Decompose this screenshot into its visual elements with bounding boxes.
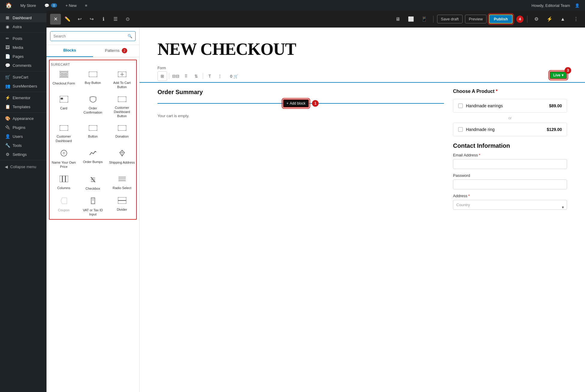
email-input[interactable] xyxy=(453,159,567,169)
sidebar-item-appearance[interactable]: 🎨 Appearance xyxy=(0,114,46,123)
button-icon xyxy=(89,125,97,132)
svg-rect-3 xyxy=(64,74,67,75)
new-content-link[interactable]: + New xyxy=(64,0,78,11)
sidebar-item-comments[interactable]: 💬 Comments xyxy=(0,61,46,70)
block-item-customer-dashboard[interactable]: Customer Dashboard xyxy=(50,121,78,145)
sidebar-item-tools[interactable]: 🔧 Tools xyxy=(0,141,46,150)
close-editor-button[interactable]: ✕ xyxy=(50,14,61,25)
add-block-button[interactable]: + Add block xyxy=(283,99,309,108)
user-avatar[interactable]: 👤 xyxy=(573,0,581,11)
preview-button[interactable]: Preview xyxy=(465,15,487,23)
tools-icon: 🔧 xyxy=(5,143,10,148)
radio-select-label: Radio Select xyxy=(112,186,131,190)
block-item-card[interactable]: Card xyxy=(50,92,78,121)
sidebar-item-plugins[interactable]: 🔌 Plugins xyxy=(0,123,46,132)
sidebar-item-suremembers[interactable]: 👥 SureMembers xyxy=(0,82,46,91)
store-name[interactable]: My Store xyxy=(19,0,38,11)
form-more-button[interactable]: ⋮ xyxy=(215,71,225,81)
block-item-radio-select[interactable]: Radio Select xyxy=(108,172,136,193)
tab-patterns[interactable]: Patterns 2 xyxy=(93,45,140,57)
sidebar-item-users[interactable]: 👤 Users xyxy=(0,132,46,141)
sidebar-item-elementor[interactable]: ⚡ Elementor xyxy=(0,93,46,102)
form-text-button[interactable]: T xyxy=(205,71,214,81)
search-icon[interactable]: 🔍 xyxy=(124,31,135,41)
order-summary-title: Order Summary xyxy=(158,89,444,96)
gear-settings-button[interactable]: ⚙ xyxy=(531,14,542,25)
tablet-view-button[interactable]: ⬜ xyxy=(406,14,416,25)
brush-tool-button[interactable]: ✏️ xyxy=(62,14,73,25)
astra-settings-button[interactable]: ▲ xyxy=(557,14,568,25)
product-checkbox-earrings[interactable] xyxy=(458,103,463,108)
email-label: Email Address * xyxy=(453,153,567,157)
vat-tax-label: VAT or Tax ID Input xyxy=(80,208,106,217)
block-list: SURECART Checkout Form xyxy=(50,60,136,219)
block-item-divider[interactable]: Divider xyxy=(108,194,136,219)
block-item-vat-tax[interactable]: VAT or Tax ID Input xyxy=(79,194,107,219)
block-item-customer-dashboard-btn[interactable]: Customer Dashboard Button xyxy=(108,92,136,121)
block-item-name-your-price[interactable]: © Name Your Own Price xyxy=(50,146,78,171)
sidebar-item-pages[interactable]: 📄 Pages xyxy=(0,52,46,61)
form-grid-button[interactable]: ⠿ xyxy=(181,71,191,81)
block-item-checkbox[interactable]: Checkbox xyxy=(79,172,107,193)
wp-logo[interactable]: 🏠 xyxy=(4,0,14,11)
sidebar-item-posts[interactable]: ✏ Posts xyxy=(0,34,46,43)
checkout-form-icon xyxy=(60,71,68,79)
comments-link[interactable]: 💬 0 xyxy=(43,0,59,11)
sidebar-item-dashboard[interactable]: ⊞ Dashboard xyxy=(0,13,46,22)
product-item-ring[interactable]: Handmade ring $129.00 xyxy=(453,123,567,136)
publish-button[interactable]: Publish xyxy=(489,14,513,24)
block-item-shipping-address[interactable]: Shipping Address xyxy=(108,146,136,171)
sidebar-item-astra[interactable]: ◉ Astra xyxy=(0,22,46,31)
sidebar-item-settings[interactable]: ⚙ Settings xyxy=(0,150,46,159)
svg-text:©: © xyxy=(63,151,65,155)
svg-rect-21 xyxy=(66,176,68,182)
svg-rect-13 xyxy=(89,125,97,131)
product-price-ring: $129.00 xyxy=(547,127,562,132)
country-select[interactable]: Country xyxy=(453,200,567,210)
tab-blocks[interactable]: Blocks xyxy=(46,45,93,57)
collapse-menu-button[interactable]: ◀ Collapse menu xyxy=(0,162,46,172)
save-draft-button[interactable]: Save draft xyxy=(437,15,463,23)
block-item-checkout-form[interactable]: Checkout Form xyxy=(50,67,78,92)
lightning-button[interactable]: ⚡ xyxy=(544,14,555,25)
contact-info-title: Contact Information xyxy=(453,142,567,149)
redo-button[interactable]: ↪ xyxy=(86,14,97,25)
mobile-view-button[interactable]: 📱 xyxy=(419,14,430,25)
block-tabs: Blocks Patterns 2 xyxy=(46,45,139,57)
customer-dashboard-btn-icon xyxy=(118,96,126,104)
block-item-button[interactable]: Button xyxy=(79,121,107,145)
svg-rect-20 xyxy=(63,176,65,182)
sidebar-item-media[interactable]: 🖼 Media xyxy=(0,43,46,52)
live-badge[interactable]: Live ▾ xyxy=(550,71,567,79)
list-view-button[interactable]: ☰ xyxy=(110,14,121,25)
elementor-icon: ⚡ xyxy=(5,95,10,100)
block-item-buy-button[interactable]: Buy Button xyxy=(79,67,107,92)
block-item-donation[interactable]: Donation xyxy=(108,121,136,145)
svg-rect-19 xyxy=(60,176,62,182)
block-item-order-confirmation[interactable]: Order Confirmation xyxy=(79,92,107,121)
desktop-view-button[interactable]: 🖥 xyxy=(392,14,403,25)
block-item-order-bumps[interactable]: Order Bumps xyxy=(79,146,107,171)
form-block-select-button[interactable]: ⊞ xyxy=(158,71,167,81)
svg-rect-14 xyxy=(118,125,126,131)
password-input[interactable] xyxy=(453,180,567,189)
page-title[interactable]: NEW CHECKOUT xyxy=(158,40,567,59)
more-options-button[interactable]: ⋮ xyxy=(571,14,581,25)
product-checkbox-ring[interactable] xyxy=(458,127,463,132)
customize-link[interactable]: ≡ xyxy=(83,0,89,11)
undo-button[interactable]: ↩ xyxy=(74,14,85,25)
block-item-add-to-cart[interactable]: Add To Cart Button xyxy=(108,67,136,92)
product-item-earrings[interactable]: Handmade earrings $89.00 xyxy=(453,99,567,113)
settings-button[interactable]: ⊙ xyxy=(122,14,133,25)
country-select-wrap: Country xyxy=(453,200,567,214)
sidebar-item-surecart[interactable]: 🛒 SureCart xyxy=(0,73,46,82)
block-item-coupon[interactable]: Coupon xyxy=(50,194,78,219)
form-layout-button[interactable]: ⊟⊟ xyxy=(171,71,181,81)
form-move-button[interactable]: ⇅ xyxy=(191,71,201,81)
search-input[interactable] xyxy=(50,31,124,41)
block-item-columns[interactable]: Columns xyxy=(50,172,78,193)
adminbar-right: Howdy, Editorial Team 👤 xyxy=(530,0,581,11)
sidebar-item-templates[interactable]: 📋 Templates xyxy=(0,102,46,111)
checkbox-label: Checkbox xyxy=(86,186,100,191)
info-button[interactable]: ℹ xyxy=(98,14,109,25)
